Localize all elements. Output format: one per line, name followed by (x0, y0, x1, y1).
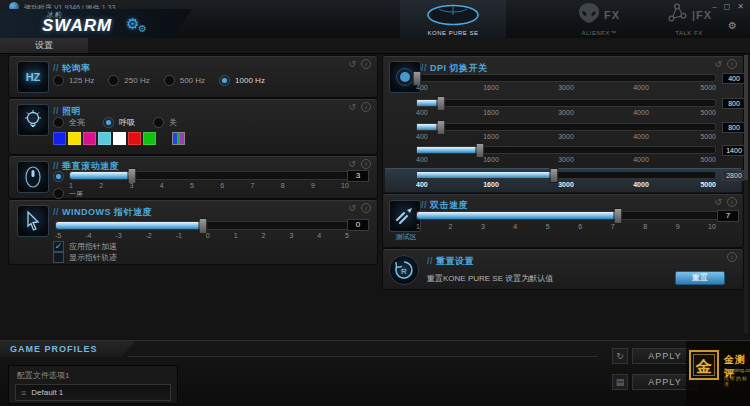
radio-scroll-lines[interactable] (53, 171, 64, 182)
color-swatch-blue[interactable] (53, 132, 66, 145)
tick-label: 2 (448, 223, 452, 230)
minimize-button[interactable]: – (712, 2, 716, 11)
title-slashes: // (53, 207, 59, 217)
tick-label: 10 (708, 223, 716, 230)
checkbox-pointer-acceleration[interactable]: ✓应用指针加速 (53, 241, 117, 252)
game-profiles-tab[interactable]: GAME PROFILES (0, 341, 135, 357)
info-icon[interactable]: i (727, 197, 737, 207)
molecule-icon (666, 2, 688, 28)
dpi-slider[interactable] (416, 123, 716, 131)
tick-label: 6 (220, 182, 224, 189)
panel-reset-icon[interactable]: ↺ (348, 59, 356, 69)
main-scrollbar[interactable] (744, 55, 748, 333)
dpi-slider[interactable] (416, 99, 716, 107)
radio-scroll-one-screen[interactable]: 一屏 (53, 188, 83, 199)
maximize-button[interactable]: ◻ (724, 2, 731, 11)
tick-label: 400 (416, 156, 428, 163)
settings-gear-icon[interactable]: ⚙ (728, 20, 737, 31)
tab-settings[interactable]: 设置 (0, 38, 88, 53)
panel-reset-settings: R //重置设置 i 重置KONE PURE SE 设置为默认值 重置 (382, 248, 744, 290)
dpi-stage-value: 400 (722, 73, 746, 84)
tick-label: 2 (99, 182, 103, 189)
radio-label: 关 (169, 117, 177, 128)
mouse-icon (400, 3, 506, 27)
profile-dropdown[interactable]: ≡ Default 1 (15, 384, 171, 401)
tick-label: 4 (160, 182, 164, 189)
color-swatch-white[interactable] (113, 132, 126, 145)
dpi-stage-value: 800 (722, 98, 746, 109)
tick-label: 4 (317, 232, 321, 239)
tick-label: 8 (643, 223, 647, 230)
pointer-speed-slider[interactable] (55, 221, 351, 230)
radio-500hz[interactable]: 500 Hz (164, 75, 205, 86)
dpi-stage-value: 2800 (722, 170, 746, 181)
panel-title: DPI 切换开关 (430, 63, 488, 73)
info-icon[interactable]: i (361, 159, 371, 169)
dpi-slider[interactable] (416, 74, 716, 82)
dpi-stage-2: 4001600300040005000 800 (416, 99, 716, 119)
radio-125hz[interactable]: 125 Hz (53, 75, 94, 86)
panel-reset-icon[interactable]: ↺ (348, 159, 356, 169)
list-icon-button[interactable]: ▤ (612, 374, 628, 390)
panel-title: 重置设置 (436, 256, 474, 266)
reset-button[interactable]: 重置 (675, 271, 725, 285)
radio-250hz[interactable]: 250 Hz (108, 75, 149, 86)
window-controls: – ◻ ✕ (712, 2, 744, 11)
device-tab-label: ALIENFX™ (555, 30, 643, 36)
title-slashes: // (53, 161, 59, 171)
radio-1000hz[interactable]: 1000 Hz (219, 75, 265, 86)
radio-light-full[interactable]: 全亮 (53, 117, 85, 128)
checkbox: ✓ (53, 241, 64, 252)
brand-logo: 冰豹 SWARM ⚙ ⚙ (0, 9, 192, 38)
panel-lighting: //照明 ↺i 全亮 呼吸 关 (8, 98, 378, 155)
radio-dot (53, 117, 64, 128)
info-icon[interactable]: i (727, 59, 737, 69)
radio-light-breathing[interactable]: 呼吸 (103, 117, 135, 128)
tick-label: -4 (85, 232, 91, 239)
slider-handle[interactable] (614, 208, 623, 224)
test-area-link[interactable]: 测试区 (389, 232, 423, 242)
brand-gear-icon-small: ⚙ (138, 23, 147, 34)
scroll-speed-slider[interactable] (69, 171, 351, 180)
checkbox-pointer-trails[interactable]: 显示指针轨迹 (53, 252, 117, 263)
doubleclick-slider[interactable] (416, 211, 718, 220)
device-tab-kone-pure-se[interactable]: KONE PURE SE (400, 0, 506, 38)
tick-label: 3 (481, 223, 485, 230)
tick-label: 3000 (558, 133, 574, 140)
watermark-slogan: 玩家的标准 (724, 375, 750, 387)
info-icon[interactable]: i (361, 203, 371, 213)
color-swatch-magenta[interactable] (83, 132, 96, 145)
close-button[interactable]: ✕ (737, 2, 744, 11)
footer-bar: GAME PROFILES 配置文件选项1 ≡ Default 1 ↻ APPL… (0, 340, 750, 406)
radio-dot (153, 117, 164, 128)
radio-light-off[interactable]: 关 (153, 117, 177, 128)
panel-reset-icon[interactable]: ↺ (348, 203, 356, 213)
color-swatch-yellow[interactable] (68, 132, 81, 145)
dpi-slider[interactable] (416, 171, 716, 179)
info-icon[interactable]: i (361, 59, 371, 69)
radio-label: 125 Hz (69, 76, 94, 85)
brand-wordmark: SWARM (42, 16, 112, 36)
tick-label: 3 (129, 182, 133, 189)
info-icon[interactable]: i (361, 102, 371, 112)
tick-label: 1 (416, 223, 420, 230)
color-swatch-cyan[interactable] (98, 132, 111, 145)
dpi-slider[interactable] (416, 146, 716, 154)
color-swatch-multicolor[interactable] (172, 132, 185, 145)
scrollbar-thumb[interactable] (744, 55, 748, 180)
refresh-icon-button[interactable]: ↻ (612, 348, 628, 364)
tick-label: 400 (416, 84, 428, 91)
tick-label: 5000 (700, 156, 716, 163)
color-swatch-green[interactable] (143, 132, 156, 145)
panel-reset-icon[interactable]: ↺ (714, 59, 722, 69)
color-swatch-red[interactable] (128, 132, 141, 145)
device-tab-alienfx[interactable]: FX ALIENFX™ (555, 0, 643, 38)
radio-label: 全亮 (69, 117, 85, 128)
panel-reset-icon[interactable]: ↺ (348, 102, 356, 112)
svg-text:R: R (401, 267, 407, 276)
tick-label: 9 (676, 223, 680, 230)
footer-divider (128, 356, 598, 357)
tick-label: -1 (176, 232, 182, 239)
panel-reset-icon[interactable]: ↺ (714, 197, 722, 207)
info-icon[interactable]: i (727, 252, 737, 262)
